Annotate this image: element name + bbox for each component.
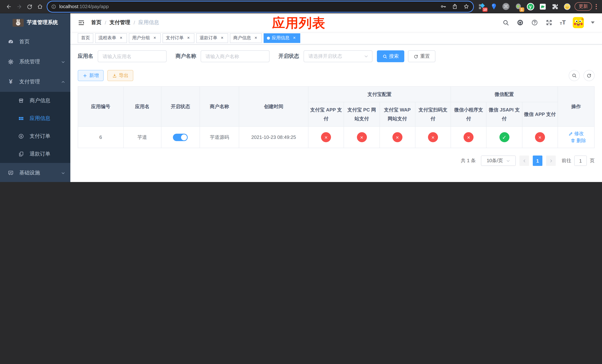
header-search-button[interactable] — [502, 19, 509, 26]
avatar-caret-icon[interactable] — [591, 21, 595, 24]
sidebar-item-pay-order[interactable]: 支付订单 — [0, 127, 70, 145]
extensions-puzzle-icon[interactable] — [551, 3, 559, 10]
sidebar-item-refund-order[interactable]: 退款订单 — [0, 145, 70, 163]
chevron-left-icon — [522, 159, 526, 163]
yen-circle-icon — [18, 133, 24, 139]
cell-config: × — [522, 127, 558, 148]
extension-chat-icon[interactable] — [539, 3, 547, 10]
extension-command-icon[interactable]: ⌘ — [502, 3, 510, 10]
tab-item[interactable]: 用户分组× — [129, 33, 161, 43]
bookmark-star-icon[interactable] — [463, 3, 469, 10]
tab-item[interactable]: 支付订单× — [162, 33, 194, 43]
sidebar-item-label: 退款订单 — [30, 151, 50, 157]
export-button[interactable]: 导出 — [107, 70, 133, 81]
balloon-icon — [490, 3, 497, 10]
share-icon[interactable] — [452, 3, 458, 10]
tab-item[interactable]: 退款订单× — [196, 33, 228, 43]
close-icon[interactable]: × — [152, 35, 157, 41]
extension-session-icon[interactable]: 1 — [514, 3, 522, 10]
extension-pinned-icon[interactable]: 10 — [478, 3, 485, 10]
pagination: 共 1 条 10条/页 1 前往 页 — [78, 156, 595, 166]
sidebar-item-pay[interactable]: ¥ 支付管理 — [0, 72, 70, 92]
browser-reload-button[interactable] — [24, 1, 35, 12]
column-header-config: 微信小程序支付 — [451, 102, 486, 127]
password-key-icon[interactable] — [440, 3, 447, 10]
goto-page-input[interactable] — [574, 156, 587, 166]
browser-back-button[interactable] — [4, 1, 14, 12]
fullscreen-button[interactable] — [545, 19, 553, 26]
grid-icon — [18, 116, 24, 121]
app-name-input[interactable] — [98, 50, 167, 62]
extension-emoji-avatar[interactable] — [563, 3, 571, 10]
edit-link[interactable]: 修改 — [568, 130, 584, 137]
active-tab-dot — [267, 36, 270, 39]
sidebar-item-label: 首页 — [19, 39, 30, 45]
config-status-badge: × — [535, 132, 545, 142]
toggle-search-button[interactable] — [569, 70, 580, 81]
close-icon[interactable]: × — [292, 35, 297, 41]
breadcrumb-current: 应用信息 — [139, 19, 159, 26]
page-number-button[interactable]: 1 — [533, 156, 542, 166]
reset-button-label: 重置 — [420, 53, 430, 60]
pikachu-avatar-icon — [573, 17, 584, 28]
browser-home-button[interactable] — [35, 1, 45, 12]
filter-form: 应用名 商户名称 开启状态 请选择开启状态 搜索 — [78, 50, 595, 62]
extension-balloon-icon[interactable] — [490, 3, 498, 10]
column-header-config: 微信 JSAPI 支付 — [486, 102, 522, 127]
breadcrumb-pay[interactable]: 支付管理 — [110, 19, 130, 26]
reset-button[interactable]: 重置 — [408, 50, 435, 62]
sidebar-item-infra[interactable]: 基础设施 — [0, 163, 70, 182]
status-toggle[interactable] — [173, 133, 188, 141]
sidebar-item-app-info[interactable]: 应用信息 — [0, 110, 70, 127]
github-button[interactable] — [516, 19, 524, 26]
forward-icon — [16, 3, 22, 10]
chevron-right-icon — [549, 159, 553, 163]
status-select-placeholder: 请选择开启状态 — [308, 53, 342, 60]
extension-badge: 10 — [483, 7, 488, 12]
delete-link-label: 删除 — [576, 137, 586, 144]
delete-link[interactable]: 删除 — [570, 137, 586, 144]
logo-image — [12, 19, 23, 26]
hamburger-fold-icon — [77, 19, 85, 26]
add-button[interactable]: 新增 — [78, 70, 104, 81]
close-icon[interactable]: × — [118, 35, 124, 41]
close-icon[interactable]: × — [253, 35, 258, 41]
prev-page-button[interactable] — [519, 156, 529, 166]
help-button[interactable] — [531, 19, 538, 26]
refresh-table-button[interactable] — [583, 70, 595, 81]
extension-yuque-icon[interactable]: y — [527, 3, 534, 10]
tab-item[interactable]: 商户信息× — [230, 33, 262, 43]
sidebar-fold-button[interactable] — [75, 17, 87, 28]
font-size-button[interactable]: TT — [560, 20, 566, 26]
next-page-button[interactable] — [546, 156, 556, 166]
browser-forward-button[interactable] — [14, 1, 24, 12]
edit-link-label: 修改 — [574, 130, 584, 137]
sidebar-item-home[interactable]: 首页 — [0, 32, 70, 52]
user-avatar[interactable] — [573, 17, 584, 28]
tab-item[interactable]: 首页 — [78, 33, 93, 43]
app-name-label: 应用名 — [78, 53, 93, 60]
tab-item[interactable]: 应用信息× — [264, 33, 300, 43]
status-select[interactable]: 请选择开启状态 — [304, 50, 372, 62]
sidebar-item-system[interactable]: 系统管理 — [0, 52, 70, 72]
page-size-select[interactable]: 10条/页 — [481, 156, 516, 166]
toolbar-right-actions — [569, 70, 595, 81]
address-bar[interactable]: localhost:1024/pay/app — [47, 1, 473, 12]
page-size-value: 10条/页 — [487, 157, 503, 164]
page-info-icon[interactable] — [51, 4, 56, 9]
tab-item[interactable]: 流程表单× — [95, 33, 127, 43]
breadcrumb-home[interactable]: 首页 — [91, 19, 101, 26]
close-icon[interactable]: × — [186, 35, 191, 41]
config-status-badge: × — [357, 132, 367, 142]
merchant-name-input[interactable] — [201, 50, 269, 62]
browser-menu-button[interactable] — [596, 4, 597, 9]
sidebar-item-label: 商户信息 — [30, 97, 50, 104]
search-button[interactable]: 搜索 — [377, 50, 404, 62]
app-title: 芋道管理系统 — [27, 19, 58, 26]
export-button-label: 导出 — [119, 72, 129, 79]
tag-view-tabs: 首页流程表单×用户分组×支付订单×退款订单×商户信息×应用信息× — [70, 32, 602, 44]
sidebar-item-merchant-info[interactable]: 商户信息 — [0, 92, 70, 110]
browser-update-button[interactable]: 更新 — [575, 2, 592, 11]
close-icon[interactable]: × — [220, 35, 225, 41]
column-header-config: 支付宝 PC 网站支付 — [344, 102, 380, 127]
